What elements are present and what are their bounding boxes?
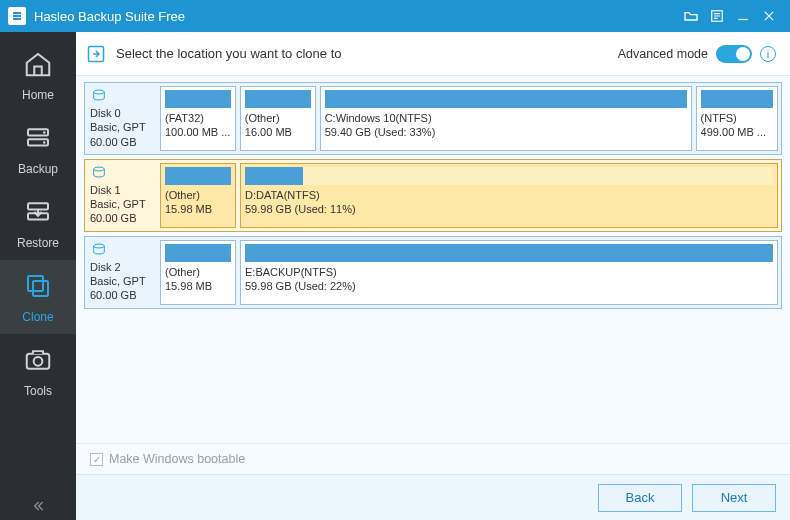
partition-sub: 59.98 GB (Used: 22%) bbox=[245, 280, 773, 294]
footer: Back Next bbox=[76, 474, 790, 520]
partition-sub: 100.00 MB ... bbox=[165, 126, 231, 140]
disk-list: Disk 0Basic, GPT60.00 GB(FAT32)100.00 MB… bbox=[76, 76, 790, 443]
open-icon[interactable] bbox=[678, 3, 704, 29]
advanced-mode-toggle[interactable] bbox=[716, 45, 752, 63]
make-bootable-label: Make Windows bootable bbox=[109, 452, 245, 466]
log-icon[interactable] bbox=[704, 3, 730, 29]
svg-point-4 bbox=[43, 141, 46, 144]
tools-icon bbox=[23, 345, 53, 378]
partition-name: D:DATA(NTFS) bbox=[245, 189, 773, 203]
main-panel: Select the location you want to clone to… bbox=[76, 32, 790, 520]
partition-usage-bar bbox=[245, 244, 773, 262]
disk-row[interactable]: Disk 0Basic, GPT60.00 GB(FAT32)100.00 MB… bbox=[84, 82, 782, 155]
disk-icon bbox=[90, 88, 108, 104]
disk-info: Disk 1Basic, GPT60.00 GB bbox=[88, 163, 156, 228]
info-icon[interactable]: i bbox=[760, 46, 776, 62]
sidebar-item-backup[interactable]: Backup bbox=[0, 112, 76, 186]
svg-rect-7 bbox=[28, 276, 43, 291]
close-icon[interactable] bbox=[756, 3, 782, 29]
disk-id: Disk 1 bbox=[90, 183, 154, 197]
disk-size: 60.00 GB bbox=[90, 211, 154, 225]
partition-name: C:Windows 10(NTFS) bbox=[325, 112, 687, 126]
sidebar-item-home[interactable]: Home bbox=[0, 38, 76, 112]
partition-name: (FAT32) bbox=[165, 112, 231, 126]
disk-subtype: Basic, GPT bbox=[90, 120, 154, 134]
target-arrow-icon bbox=[86, 44, 106, 64]
svg-point-13 bbox=[94, 167, 105, 171]
minimize-icon[interactable] bbox=[730, 3, 756, 29]
partition-sub: 499.00 MB ... bbox=[701, 126, 773, 140]
partition-sub: 15.98 MB bbox=[165, 203, 231, 217]
disk-size: 60.00 GB bbox=[90, 135, 154, 149]
partition-sub: 16.00 MB bbox=[245, 126, 311, 140]
partition-usage-bar bbox=[165, 244, 231, 262]
sidebar: HomeBackupRestoreCloneTools bbox=[0, 32, 76, 520]
partition-usage-bar bbox=[701, 90, 773, 108]
partition[interactable]: (Other)16.00 MB bbox=[240, 86, 316, 151]
disk-row[interactable]: Disk 1Basic, GPT60.00 GB(Other)15.98 MBD… bbox=[84, 159, 782, 232]
sidebar-collapse-icon[interactable] bbox=[0, 498, 76, 514]
partition[interactable]: D:DATA(NTFS)59.98 GB (Used: 11%) bbox=[240, 163, 778, 228]
partition-usage-bar bbox=[165, 90, 231, 108]
svg-point-14 bbox=[94, 244, 105, 248]
partition-usage-bar bbox=[165, 167, 231, 185]
disk-icon bbox=[90, 242, 108, 258]
sidebar-item-label: Backup bbox=[18, 162, 58, 176]
window-title: Hasleo Backup Suite Free bbox=[34, 9, 185, 24]
disk-icon bbox=[90, 165, 108, 181]
partition[interactable]: (Other)15.98 MB bbox=[160, 240, 236, 305]
home-icon bbox=[23, 49, 53, 82]
svg-rect-8 bbox=[33, 281, 48, 296]
partition-name: (Other) bbox=[245, 112, 311, 126]
svg-rect-5 bbox=[28, 203, 48, 209]
partition-name: (Other) bbox=[165, 189, 231, 203]
titlebar: Hasleo Backup Suite Free bbox=[0, 0, 790, 32]
sidebar-item-label: Tools bbox=[24, 384, 52, 398]
sidebar-item-clone[interactable]: Clone bbox=[0, 260, 76, 334]
partition[interactable]: E:BACKUP(NTFS)59.98 GB (Used: 22%) bbox=[240, 240, 778, 305]
next-button[interactable]: Next bbox=[692, 484, 776, 512]
make-bootable-row: ✓ Make Windows bootable bbox=[76, 443, 790, 474]
disk-subtype: Basic, GPT bbox=[90, 197, 154, 211]
partition[interactable]: (NTFS)499.00 MB ... bbox=[696, 86, 778, 151]
disk-info: Disk 0Basic, GPT60.00 GB bbox=[88, 86, 156, 151]
partition-name: E:BACKUP(NTFS) bbox=[245, 266, 773, 280]
disk-subtype: Basic, GPT bbox=[90, 274, 154, 288]
partition-sub: 59.98 GB (Used: 11%) bbox=[245, 203, 773, 217]
svg-point-12 bbox=[94, 90, 105, 94]
sidebar-item-tools[interactable]: Tools bbox=[0, 334, 76, 408]
make-bootable-checkbox: ✓ bbox=[90, 453, 103, 466]
disk-info: Disk 2Basic, GPT60.00 GB bbox=[88, 240, 156, 305]
header-text: Select the location you want to clone to bbox=[116, 46, 341, 61]
disk-id: Disk 0 bbox=[90, 106, 154, 120]
advanced-mode-label: Advanced mode bbox=[618, 47, 708, 61]
disk-row[interactable]: Disk 2Basic, GPT60.00 GB(Other)15.98 MBE… bbox=[84, 236, 782, 309]
partition-name: (NTFS) bbox=[701, 112, 773, 126]
app-icon bbox=[8, 7, 26, 25]
sidebar-item-restore[interactable]: Restore bbox=[0, 186, 76, 260]
svg-point-10 bbox=[34, 356, 43, 365]
header-row: Select the location you want to clone to… bbox=[76, 32, 790, 76]
partition-sub: 59.40 GB (Used: 33%) bbox=[325, 126, 687, 140]
backup-icon bbox=[23, 123, 53, 156]
svg-point-3 bbox=[43, 131, 46, 134]
partition-sub: 15.98 MB bbox=[165, 280, 231, 294]
partition-usage-bar bbox=[245, 167, 773, 185]
sidebar-item-label: Clone bbox=[22, 310, 53, 324]
partition-usage-bar bbox=[245, 90, 311, 108]
partition[interactable]: C:Windows 10(NTFS)59.40 GB (Used: 33%) bbox=[320, 86, 692, 151]
disk-id: Disk 2 bbox=[90, 260, 154, 274]
back-button[interactable]: Back bbox=[598, 484, 682, 512]
clone-icon bbox=[23, 271, 53, 304]
sidebar-item-label: Home bbox=[22, 88, 54, 102]
disk-size: 60.00 GB bbox=[90, 288, 154, 302]
partition[interactable]: (Other)15.98 MB bbox=[160, 163, 236, 228]
partition-name: (Other) bbox=[165, 266, 231, 280]
restore-icon bbox=[23, 197, 53, 230]
partition-usage-bar bbox=[325, 90, 687, 108]
sidebar-item-label: Restore bbox=[17, 236, 59, 250]
partition[interactable]: (FAT32)100.00 MB ... bbox=[160, 86, 236, 151]
